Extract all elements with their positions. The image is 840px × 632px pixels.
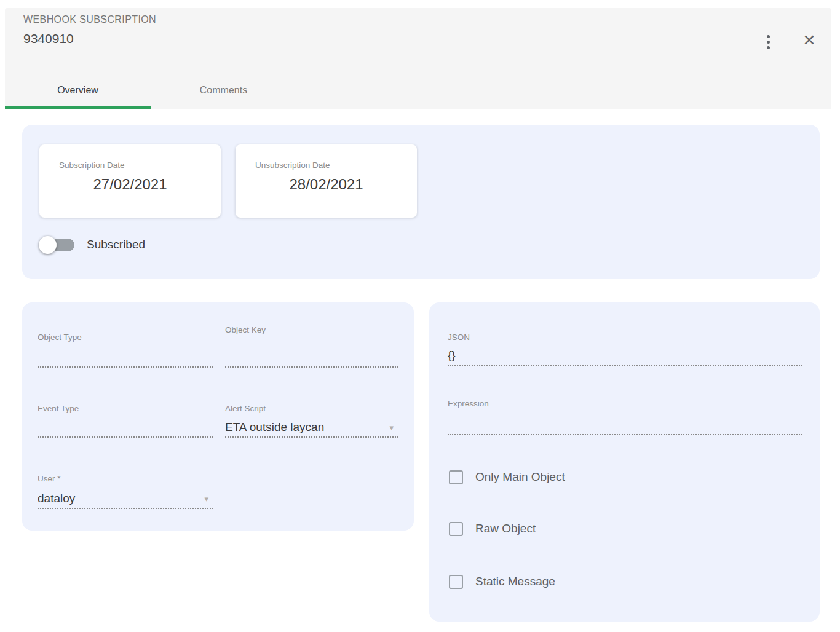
only-main-object-label: Only Main Object bbox=[475, 470, 565, 484]
close-icon[interactable]: ✕ bbox=[797, 26, 822, 53]
tab-overview[interactable]: Overview bbox=[5, 74, 151, 106]
json-field: JSON {} bbox=[448, 333, 802, 366]
checkbox-unchecked-icon[interactable] bbox=[449, 470, 463, 484]
expression-label: Expression bbox=[448, 399, 802, 409]
alert-script-field: Alert Script ETA outside laycan ▾ bbox=[225, 404, 398, 438]
event-type-input[interactable] bbox=[38, 414, 213, 438]
object-type-label: Object Type bbox=[38, 333, 213, 343]
page-title: 9340910 bbox=[23, 31, 74, 46]
dialog-header: WEBHOOK SUBSCRIPTION 9340910 ✕ Overview … bbox=[5, 8, 831, 109]
subscribed-toggle-row: Subscribed bbox=[39, 233, 145, 256]
object-key-field: Object Key bbox=[225, 325, 398, 368]
expression-input[interactable] bbox=[448, 409, 802, 435]
raw-object-checkbox-row[interactable]: Raw Object bbox=[449, 521, 536, 536]
details-panel: Object Type Object Key Event Type Alert … bbox=[22, 302, 414, 531]
user-label: User * bbox=[38, 474, 213, 484]
subscription-date-field[interactable]: Subscription Date 27/02/2021 bbox=[39, 144, 221, 218]
json-input[interactable]: {} bbox=[448, 343, 802, 366]
payload-panel: JSON {} Expression Only Main Object Raw … bbox=[429, 302, 820, 622]
checkbox-unchecked-icon[interactable] bbox=[449, 575, 463, 589]
json-label: JSON bbox=[448, 333, 802, 343]
object-type-field: Object Type bbox=[38, 333, 213, 368]
event-type-field: Event Type bbox=[38, 404, 213, 438]
raw-object-label: Raw Object bbox=[475, 522, 536, 535]
alert-script-select[interactable]: ETA outside laycan ▾ bbox=[225, 414, 398, 438]
subscription-date-value: 27/02/2021 bbox=[39, 176, 221, 193]
alert-script-value: ETA outside laycan bbox=[225, 421, 324, 436]
expression-field: Expression bbox=[448, 399, 802, 435]
subscription-date-label: Subscription Date bbox=[59, 160, 125, 170]
unsubscription-date-label: Unsubscription Date bbox=[255, 160, 330, 170]
user-field: User * dataloy ▾ bbox=[38, 474, 213, 509]
kebab-menu-icon[interactable] bbox=[760, 28, 776, 55]
active-tab-indicator bbox=[5, 106, 151, 109]
object-key-input[interactable] bbox=[225, 336, 398, 368]
json-value: {} bbox=[448, 349, 456, 365]
checkbox-unchecked-icon[interactable] bbox=[449, 522, 463, 536]
user-select[interactable]: dataloy ▾ bbox=[38, 484, 213, 509]
alert-script-label: Alert Script bbox=[225, 404, 398, 414]
subscription-panel: Subscription Date 27/02/2021 Unsubscript… bbox=[22, 125, 820, 279]
event-type-label: Event Type bbox=[38, 404, 213, 414]
subscribed-toggle-label: Subscribed bbox=[87, 238, 145, 251]
static-message-checkbox-row[interactable]: Static Message bbox=[449, 574, 555, 589]
object-type-input[interactable] bbox=[38, 343, 213, 368]
dropdown-arrow-icon: ▾ bbox=[389, 424, 394, 432]
subscribed-toggle[interactable] bbox=[39, 235, 77, 254]
static-message-label: Static Message bbox=[475, 575, 555, 588]
dropdown-arrow-icon: ▾ bbox=[204, 495, 208, 503]
dialog-type-label: WEBHOOK SUBSCRIPTION bbox=[23, 14, 156, 25]
user-value: dataloy bbox=[38, 492, 75, 508]
toggle-knob bbox=[39, 236, 57, 254]
object-key-label: Object Key bbox=[225, 325, 398, 336]
tab-bar: Overview Comments bbox=[5, 74, 831, 109]
unsubscription-date-value: 28/02/2021 bbox=[236, 176, 417, 193]
unsubscription-date-field[interactable]: Unsubscription Date 28/02/2021 bbox=[236, 144, 417, 218]
tab-comments[interactable]: Comments bbox=[151, 74, 296, 106]
only-main-object-checkbox-row[interactable]: Only Main Object bbox=[449, 470, 565, 484]
